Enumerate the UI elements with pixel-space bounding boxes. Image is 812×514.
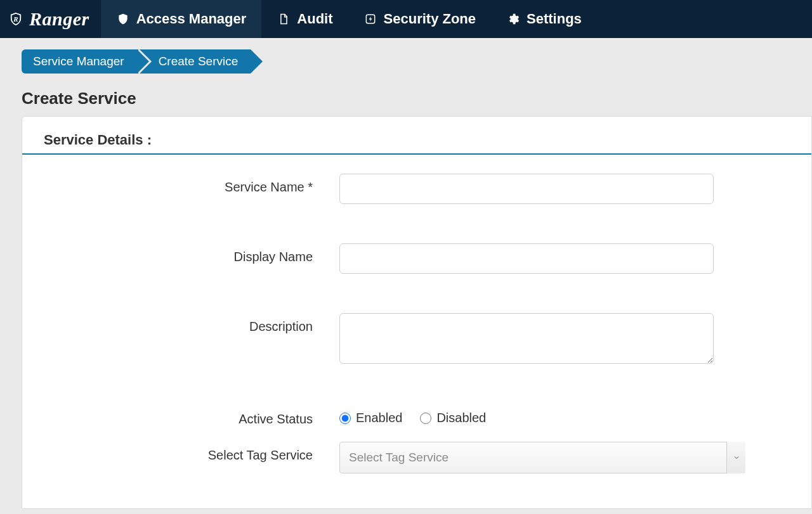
label-active-status: Active Status	[22, 406, 339, 427]
breadcrumb-label: Create Service	[159, 55, 239, 68]
document-icon	[277, 12, 291, 26]
radio-enabled-input[interactable]	[339, 413, 351, 424]
svg-text:R: R	[13, 15, 18, 23]
row-description: Description	[22, 305, 811, 374]
select-tag-service-display[interactable]: Select Tag Service	[339, 442, 745, 473]
nav-items: Access Manager Audit Security Zone Setti…	[101, 0, 597, 38]
gear-icon	[506, 12, 520, 26]
row-service-name: Service Name *	[22, 166, 811, 212]
nav-item-label: Settings	[527, 11, 582, 27]
nav-item-label: Audit	[297, 11, 332, 27]
brand-name: Ranger	[29, 8, 89, 30]
active-status-radios: Enabled Disabled	[339, 406, 720, 425]
radio-enabled[interactable]: Enabled	[339, 411, 402, 425]
description-textarea[interactable]	[339, 313, 714, 364]
nav-item-label: Access Manager	[136, 11, 247, 27]
nav-security-zone[interactable]: Security Zone	[348, 0, 491, 38]
chevron-down-icon[interactable]	[726, 442, 745, 473]
nav-audit[interactable]: Audit	[261, 0, 348, 38]
brand[interactable]: R Ranger	[0, 0, 101, 38]
label-service-name: Service Name *	[22, 174, 339, 195]
breadcrumb: Service Manager Create Service	[0, 38, 812, 74]
bolt-badge-icon	[363, 12, 377, 26]
label-display-name: Display Name	[22, 243, 339, 264]
nav-access-manager[interactable]: Access Manager	[101, 0, 262, 38]
display-name-input[interactable]	[339, 243, 714, 274]
page-title: Create Service	[0, 74, 812, 116]
breadcrumb-service-manager[interactable]: Service Manager	[22, 49, 137, 74]
row-display-name: Display Name	[22, 236, 811, 281]
create-service-panel: Service Details : Service Name * Display…	[22, 116, 812, 509]
radio-label: Enabled	[356, 411, 402, 425]
row-select-tag-service: Select Tag Service Select Tag Service	[22, 434, 811, 481]
label-description: Description	[22, 313, 339, 334]
service-details-form: Service Name * Display Name Description …	[22, 166, 811, 481]
ranger-logo-icon: R	[9, 12, 23, 26]
breadcrumb-label: Service Manager	[33, 55, 124, 68]
radio-disabled-input[interactable]	[420, 413, 431, 424]
section-title: Service Details :	[22, 132, 811, 155]
select-tag-service[interactable]: Select Tag Service	[339, 442, 745, 473]
breadcrumb-create-service[interactable]: Create Service	[137, 49, 251, 74]
label-select-tag-service: Select Tag Service	[22, 442, 339, 463]
shield-icon	[116, 12, 130, 26]
radio-label: Disabled	[436, 411, 486, 425]
select-placeholder: Select Tag Service	[349, 451, 449, 465]
row-active-status: Active Status Enabled Disabled	[22, 398, 811, 434]
radio-disabled[interactable]: Disabled	[420, 411, 486, 425]
service-name-input[interactable]	[339, 174, 714, 204]
nav-item-label: Security Zone	[384, 11, 476, 27]
nav-settings[interactable]: Settings	[491, 0, 597, 38]
top-nav: R Ranger Access Manager Audit Security Z…	[0, 0, 812, 38]
